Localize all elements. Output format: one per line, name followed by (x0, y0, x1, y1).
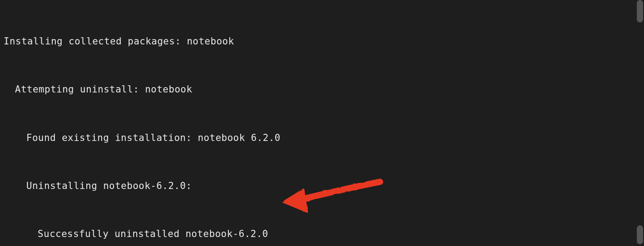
scrollbar-thumb[interactable] (637, 0, 643, 22)
output-line: Uninstalling notebook-6.2.0: (4, 178, 628, 194)
scrollbar-thumb[interactable] (637, 225, 643, 244)
output-line: Found existing installation: notebook 6.… (4, 130, 628, 146)
output-line: Attempting uninstall: notebook (4, 82, 628, 98)
output-line: Installing collected packages: notebook (4, 34, 628, 50)
output-line: Successfully uninstalled notebook-6.2.0 (4, 226, 628, 242)
terminal-output[interactable]: Installing collected packages: notebook … (0, 0, 631, 246)
scrollbar-track[interactable] (636, 0, 644, 246)
